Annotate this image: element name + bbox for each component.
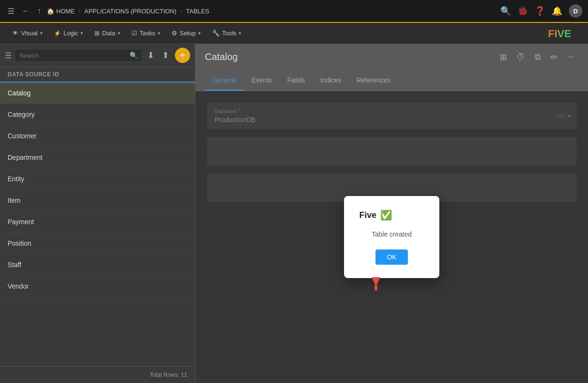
tools-caret: ▾ <box>239 31 241 36</box>
edit-button[interactable]: ✏ <box>547 49 560 65</box>
content-body: Database * ProductionDB </> ▾ Five ✅ Tab… <box>195 91 588 383</box>
dialog-message: Table created <box>372 230 412 238</box>
dialog-title-row: Five ✅ <box>359 209 392 221</box>
visual-label: Visual <box>21 30 38 37</box>
ok-button[interactable]: OK <box>375 249 408 265</box>
nav-tools[interactable]: 🔧 Tools ▾ <box>207 27 246 40</box>
tab-references[interactable]: References <box>349 71 398 91</box>
cursor-arrow-indicator <box>369 277 383 291</box>
sidebar-item-customer[interactable]: Customer <box>0 125 195 147</box>
notifications-icon[interactable]: 🔔 <box>552 6 562 16</box>
apps-label: APPLICATIONS (PRODUCTION) <box>84 8 176 15</box>
add-button[interactable]: + <box>175 48 190 63</box>
search-input[interactable] <box>19 52 127 59</box>
svg-marker-1 <box>372 277 380 287</box>
svg-rect-2 <box>375 286 377 290</box>
home-label: HOME <box>56 8 75 15</box>
sidebar-item-position[interactable]: Position <box>0 233 195 254</box>
data-icon: ⊞ <box>94 30 100 37</box>
five-logo: FIVE <box>547 27 580 40</box>
top-nav-right: 🔍 🐞 ❓ 🔔 D <box>500 4 582 18</box>
sidebar-item-entity[interactable]: Entity <box>0 168 195 190</box>
content-area: Catalog ⊞ ⏱ ⧉ ✏ ← General Events Fields … <box>195 44 588 383</box>
tab-events[interactable]: Events <box>244 71 280 91</box>
logic-icon: ⚡ <box>54 30 61 37</box>
dialog-overlay: Five ✅ Table created OK <box>195 91 588 383</box>
sidebar-item-catalog[interactable]: Catalog <box>0 83 195 104</box>
setup-icon: ⚙ <box>172 30 177 37</box>
search-wrap: 🔍 <box>15 50 142 61</box>
home-icon: 🏠 <box>47 8 54 15</box>
upload-button[interactable]: ⬆ <box>160 48 171 62</box>
check-icon: ✅ <box>380 209 392 221</box>
apps-link[interactable]: APPLICATIONS (PRODUCTION) <box>84 8 176 15</box>
nav-visual[interactable]: 👁 Visual ▾ <box>8 27 47 40</box>
tasks-label: Tasks <box>140 30 155 37</box>
sidebar-item-vendor[interactable]: Vendor <box>0 276 195 297</box>
sidebar-footer: Total Rows: 11 <box>0 366 195 383</box>
visual-icon: 👁 <box>12 30 19 37</box>
setup-caret: ▾ <box>198 31 201 36</box>
tab-fields[interactable]: Fields <box>280 71 313 91</box>
history-button[interactable]: ⏱ <box>514 49 528 65</box>
back-icon[interactable]: ← <box>20 5 31 17</box>
dialog-title: Five <box>359 210 376 220</box>
logic-label: Logic <box>63 30 78 37</box>
sidebar-toolbar: ☰ 🔍 ⬇ ⬆ + <box>0 44 195 67</box>
sidebar-item-department[interactable]: Department <box>0 147 195 168</box>
up-icon[interactable]: ↑ <box>35 5 43 17</box>
breadcrumb-sep-1: › <box>79 8 81 14</box>
menu-icon[interactable]: ☰ <box>6 5 16 18</box>
main-layout: ☰ 🔍 ⬇ ⬆ + Data Source ID Catalog Categor… <box>0 44 588 383</box>
search-icon: 🔍 <box>130 52 138 59</box>
page-title: Catalog <box>205 52 497 62</box>
tools-icon: 🔧 <box>212 30 220 37</box>
tab-bar: General Events Fields Indices References <box>195 71 588 91</box>
avatar[interactable]: D <box>569 4 582 18</box>
nav-tasks[interactable]: ☑ Tasks ▾ <box>127 27 165 40</box>
content-actions: ⊞ ⏱ ⧉ ✏ ← <box>497 49 578 65</box>
secondary-nav: 👁 Visual ▾ ⚡ Logic ▾ ⊞ Data ▾ ☑ Tasks ▾ … <box>0 23 588 44</box>
nav-data[interactable]: ⊞ Data ▾ <box>90 27 124 40</box>
dialog: Five ✅ Table created OK <box>344 196 439 278</box>
tab-general[interactable]: General <box>205 71 244 91</box>
grid-view-button[interactable]: ⊞ <box>497 49 510 65</box>
help-icon[interactable]: ❓ <box>535 6 545 16</box>
data-caret: ▾ <box>118 31 120 36</box>
sidebar: ☰ 🔍 ⬇ ⬆ + Data Source ID Catalog Categor… <box>0 44 195 383</box>
tasks-caret: ▾ <box>158 31 160 36</box>
filter-icon[interactable]: ☰ <box>5 51 11 60</box>
assistant-icon[interactable]: 🔍 <box>500 6 511 16</box>
tables-link[interactable]: TABLES <box>186 8 209 15</box>
data-label: Data <box>102 30 115 37</box>
logic-caret: ▾ <box>81 31 83 36</box>
top-nav: ☰ ← ↑ 🏠 HOME › APPLICATIONS (PRODUCTION)… <box>0 0 588 23</box>
sidebar-list: Catalog Category Customer Department Ent… <box>0 83 195 366</box>
debug-icon[interactable]: 🐞 <box>517 6 528 16</box>
breadcrumb-sep-2: › <box>180 8 182 14</box>
download-button[interactable]: ⬇ <box>145 48 156 62</box>
svg-text:FIVE: FIVE <box>548 28 571 40</box>
tools-label: Tools <box>222 30 236 37</box>
home-link[interactable]: 🏠 HOME <box>47 8 75 15</box>
visual-caret: ▾ <box>40 31 42 36</box>
copy-button[interactable]: ⧉ <box>532 49 544 65</box>
close-button[interactable]: ← <box>564 49 578 65</box>
content-header: Catalog ⊞ ⏱ ⧉ ✏ ← <box>195 44 588 71</box>
tab-indices[interactable]: Indices <box>313 71 349 91</box>
nav-logic[interactable]: ⚡ Logic ▾ <box>49 27 88 40</box>
sidebar-item-category[interactable]: Category <box>0 104 195 125</box>
sidebar-item-staff[interactable]: Staff <box>0 254 195 276</box>
sidebar-item-item[interactable]: Item <box>0 190 195 211</box>
nav-setup[interactable]: ⚙ Setup ▾ <box>167 27 205 40</box>
tasks-icon: ☑ <box>132 30 137 37</box>
sidebar-header: Data Source ID <box>0 67 195 83</box>
sidebar-item-payment[interactable]: Payment <box>0 211 195 233</box>
tables-label: TABLES <box>186 8 209 15</box>
setup-label: Setup <box>180 30 196 37</box>
